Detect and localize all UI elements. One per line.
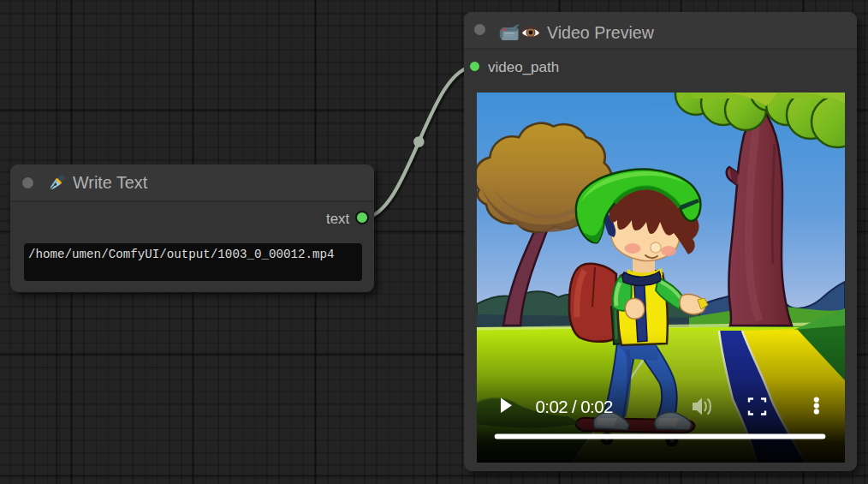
svg-text:0:02 / 0:02: 0:02 / 0:02 [536, 397, 613, 416]
